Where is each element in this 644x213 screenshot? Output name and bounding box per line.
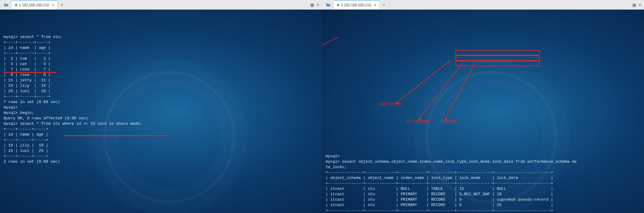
left-pane: 1 192.168.200.210 × + ▦ ≡ mysql> select … [0, 0, 322, 213]
terminal-line: | itcast | stu | NULL | TABLE | IS | NUL… [326, 186, 640, 192]
terminal-line: mysql> select * from stu where id >= 19 … [4, 121, 318, 127]
new-tab-button[interactable]: + [57, 0, 66, 9]
tab-session-1[interactable]: 1 192.168.200.210 × [12, 0, 57, 9]
redbox-row-19 [455, 50, 540, 55]
terminal-line: | 25 | luci | 25 | [4, 89, 318, 94]
redbox-row-supremum [455, 55, 540, 61]
arrow-head-a1 [395, 102, 399, 106]
folder-open-icon[interactable] [0, 0, 12, 9]
terminal-line: +----+-------+-----+ [4, 40, 318, 45]
terminal-line: | 19 | lily | 19 | [4, 83, 318, 89]
terminal-line: Query OK, 0 rows affected (0.00 sec) [4, 116, 318, 121]
terminal-line: | 11 | jetty | 11 | [4, 78, 318, 83]
terminal-line: +---------------+-------------+---------… [326, 208, 640, 213]
terminal-line: | 8 | rose | 8 | [4, 72, 318, 78]
redbox-row-25 [455, 61, 540, 66]
right-pane: 1 192.168.200.210 × + ▦ ≡ 19这行的行锁 正无穷临键锁… [322, 0, 644, 213]
terminal-line: 2 rows in set (0.00 sec) [4, 159, 318, 164]
terminal-line: +----+------+-----+ [4, 137, 318, 143]
close-icon[interactable]: × [374, 3, 376, 7]
terminal-line: +----+-------+-----+ [4, 94, 318, 99]
terminal-line: | itcast | stu | PRIMARY | RECORD | S,RE… [326, 192, 640, 197]
terminal-line: | 3 | cat | 3 | [4, 61, 318, 67]
terminal-line: | itcast | stu | PRIMARY | RECORD | S | … [326, 197, 640, 202]
terminal-line: | 1 | tom | 1 | [4, 56, 318, 61]
right-tabbar: 1 192.168.200.210 × + ▦ ≡ [322, 0, 644, 10]
close-icon[interactable]: × [52, 3, 54, 7]
terminal-line: | 19 | lily | 19 | [4, 143, 318, 148]
tabbar-tools: ▦ ≡ [310, 0, 322, 9]
terminal-line: mysql> select object_schema,object_name,… [326, 159, 640, 164]
arrow-line-a1 [395, 61, 450, 104]
tab-session-1[interactable]: 1 192.168.200.210 × [334, 0, 379, 9]
terminal-line: +---------------+-------------+---------… [326, 170, 640, 175]
terminal-line: mysql> [4, 105, 318, 110]
terminal-line: | id | name | age | [4, 132, 318, 137]
terminal-line: +----+-------+-----+ [4, 51, 318, 56]
terminal-line: mysql> select * from stu; [4, 34, 318, 40]
tab-label: 1 192.168.200.210 [19, 3, 49, 7]
terminal-line: | 7 | rose | 7 | [4, 67, 318, 72]
tabbar-tools: ▦ ≡ [632, 0, 644, 9]
annotation-1: 19这行的行锁 [378, 102, 401, 107]
grid-view-icon[interactable]: ▦ [310, 2, 315, 8]
folder-open-icon[interactable] [322, 0, 334, 9]
grid-view-icon[interactable]: ▦ [632, 2, 637, 8]
annotation-3: 25临键锁 [441, 119, 457, 124]
tab-label: 1 192.168.200.210 [341, 3, 371, 7]
terminal-line: | itcast | stu | PRIMARY | RECORD | S | … [326, 202, 640, 208]
left-terminal[interactable]: mysql> select * from stu;+----+-------+-… [0, 10, 322, 213]
list-view-icon[interactable]: ≡ [638, 2, 642, 8]
arrow-line-1 [322, 37, 339, 122]
terminal-line: ta_locks; [326, 164, 640, 170]
new-tab-button[interactable]: + [379, 0, 388, 9]
right-terminal[interactable]: 19这行的行锁 正无穷临键锁 25临键锁 mysql>mysql> select… [322, 10, 644, 213]
terminal-line: +----+------+-----+ [4, 154, 318, 159]
status-dot-icon [337, 4, 339, 6]
terminal-line: | id | name | age | [4, 45, 318, 51]
arrow-line-a3 [444, 63, 475, 120]
terminal-line: mysql> [326, 154, 640, 159]
terminal-line: 7 rows in set (0.00 sec) [4, 99, 318, 105]
terminal-line: | 25 | luci | 25 | [4, 148, 318, 154]
left-tabbar: 1 192.168.200.210 × + ▦ ≡ [0, 0, 322, 10]
terminal-line: +---------------+-------------+---------… [326, 181, 640, 186]
terminal-line: mysql> begin; [4, 110, 318, 116]
arrow-head-a3 [443, 118, 448, 122]
status-dot-icon [15, 4, 17, 6]
arrow-head-a2 [417, 118, 421, 122]
list-view-icon[interactable]: ≡ [316, 2, 320, 8]
annotation-2: 正无穷临键锁 [406, 119, 430, 124]
terminal-line: +----+------+-----+ [4, 127, 318, 132]
terminal-line: | object_schema | object_name | index_na… [326, 175, 640, 181]
arrow-line-a2 [418, 63, 463, 120]
